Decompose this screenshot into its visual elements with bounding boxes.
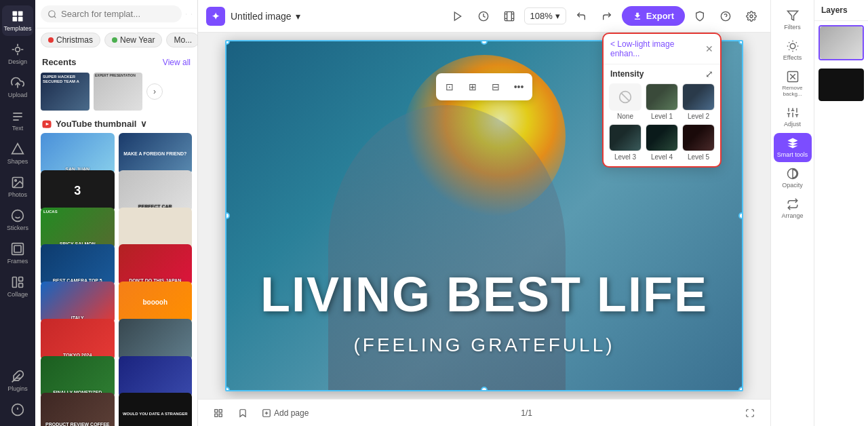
sidebar-item-plugins[interactable]: Plugins bbox=[2, 366, 33, 396]
thumb-item[interactable]: booooh bbox=[119, 282, 193, 323]
thumb-item[interactable] bbox=[119, 356, 193, 398]
filters-sidebar-item[interactable]: Filters bbox=[774, 5, 812, 35]
thumb-item[interactable]: PERFECT CAR bbox=[119, 170, 193, 212]
filter-level4[interactable]: Level 4 bbox=[646, 124, 678, 161]
arrange-sidebar-item[interactable]: Arrange bbox=[774, 194, 812, 223]
grid-button[interactable] bbox=[209, 404, 228, 423]
filter-none[interactable]: None bbox=[609, 83, 642, 120]
export-button[interactable]: Export bbox=[622, 6, 685, 26]
undo-button[interactable] bbox=[570, 5, 592, 27]
filter-close-button[interactable]: ✕ bbox=[705, 44, 713, 54]
settings-button[interactable] bbox=[741, 5, 762, 27]
resize-button[interactable] bbox=[498, 5, 520, 27]
thumb-item[interactable] bbox=[119, 208, 193, 249]
filter-popup: < Low-light image enhan... ✕ Intensity ⤢… bbox=[602, 33, 722, 168]
question-button[interactable] bbox=[715, 5, 736, 27]
smart-tools-sidebar-item[interactable]: Smart tools bbox=[774, 133, 812, 162]
canvas-main-text: LIVING BEST LIFE bbox=[226, 267, 742, 322]
opacity-sidebar-item[interactable]: Opacity bbox=[774, 163, 812, 193]
thumb-item[interactable]: WOULD YOU DATE A STRANGER bbox=[119, 393, 193, 426]
svg-rect-11 bbox=[14, 246, 21, 252]
recent-thumb-1[interactable]: SUPER HACKER SECURED TEAM A bbox=[41, 73, 90, 111]
svg-point-43 bbox=[790, 43, 795, 49]
thumb-item[interactable] bbox=[119, 319, 193, 360]
handle-bottom-left[interactable] bbox=[225, 387, 230, 391]
filter-level3[interactable]: Level 3 bbox=[609, 124, 642, 161]
crop-button[interactable]: ⊡ bbox=[439, 76, 460, 98]
layers-panel: Layers bbox=[814, 0, 868, 426]
app-logo: ✦ bbox=[206, 7, 225, 26]
svg-rect-36 bbox=[219, 414, 222, 417]
handle-bottom-middle[interactable] bbox=[481, 387, 488, 391]
thumb-item[interactable]: DON'T DO THIS JAPAN bbox=[119, 244, 193, 286]
svg-rect-12 bbox=[13, 277, 17, 288]
filter-level2[interactable]: Level 2 bbox=[682, 83, 715, 120]
svg-rect-13 bbox=[19, 277, 23, 282]
sidebar-item-design[interactable]: Design bbox=[2, 39, 33, 69]
redo-button[interactable] bbox=[596, 5, 618, 27]
thumb-item[interactable]: SAN JUAN bbox=[41, 133, 115, 174]
thumbnail-grid: SAN JUAN MAKE A FOREIGN FRIEND? 3 PERFEC… bbox=[35, 133, 197, 426]
help-shield-button[interactable] bbox=[689, 5, 711, 27]
add-page-button[interactable]: Add page bbox=[258, 402, 313, 424]
recent-thumbs-arrow[interactable]: › bbox=[146, 83, 163, 100]
handle-top-right[interactable] bbox=[738, 40, 743, 45]
sidebar-item-templates[interactable]: Templates bbox=[2, 5, 33, 36]
handle-middle-right[interactable] bbox=[738, 212, 743, 219]
handle-bottom-right[interactable] bbox=[738, 387, 743, 391]
layer-item-2[interactable] bbox=[818, 69, 864, 101]
thumb-item[interactable]: PRODUCT REVIEW COFFEE MAKER bbox=[41, 393, 115, 426]
sidebar-item-feedback[interactable] bbox=[2, 399, 33, 421]
section-title[interactable]: YouTube thumbnail ∨ bbox=[35, 116, 197, 133]
thumb-item[interactable]: LUCAS SPICY SALMON bbox=[41, 208, 115, 249]
filter-level5[interactable]: Level 5 bbox=[682, 124, 715, 161]
page-counter: 1/1 bbox=[521, 408, 532, 418]
tag-more[interactable]: Mo... bbox=[166, 33, 197, 47]
thumb-item[interactable]: TOKYO 2024 bbox=[41, 319, 115, 360]
filter-back-button[interactable]: < Low-light image enhan... bbox=[610, 39, 703, 58]
adjust-sidebar-item[interactable]: Adjust bbox=[774, 102, 812, 132]
filter-level1[interactable]: Level 1 bbox=[646, 83, 678, 120]
thumb-item[interactable]: MAKE A FOREIGN FRIEND? bbox=[119, 133, 193, 174]
tag-new-year[interactable]: New Year bbox=[104, 33, 162, 47]
sidebar-item-stickers[interactable]: Stickers bbox=[2, 205, 33, 235]
fullscreen-button[interactable] bbox=[741, 404, 760, 423]
sidebar-item-frames[interactable]: Frames bbox=[2, 238, 33, 269]
canvas-toolbar: ⊡ ⊞ ⊟ ••• bbox=[436, 73, 532, 100]
svg-rect-2 bbox=[13, 17, 18, 22]
thumb-item[interactable]: ITALY bbox=[41, 282, 115, 323]
search-input[interactable] bbox=[61, 9, 175, 19]
sidebar-item-photos[interactable]: Photos bbox=[2, 172, 33, 202]
effects-sidebar-item[interactable]: Effects bbox=[774, 36, 812, 65]
sidebar-item-collage[interactable]: Collage bbox=[2, 271, 33, 302]
thumb-item[interactable]: FINALLY MONETIZED bbox=[41, 356, 115, 398]
sidebar-item-text[interactable]: Text bbox=[2, 105, 33, 136]
thumb-item[interactable]: BEST CAMERA TOP 5 bbox=[41, 244, 115, 286]
right-sidebar: Filters Effects Remove backg... Adjust S… bbox=[770, 0, 814, 426]
tag-christmas[interactable]: Christmas bbox=[41, 33, 100, 47]
play-button[interactable] bbox=[447, 5, 469, 27]
sidebar-item-shapes[interactable]: Shapes bbox=[2, 138, 33, 169]
history-button[interactable] bbox=[473, 5, 494, 27]
svg-rect-1 bbox=[18, 12, 23, 16]
intensity-expand-icon[interactable]: ⤢ bbox=[705, 69, 713, 79]
svg-rect-34 bbox=[219, 409, 222, 412]
recent-thumb-2[interactable]: EXPERT PRESENTATION bbox=[94, 73, 142, 111]
search-bar-container bbox=[41, 5, 182, 22]
style-icon[interactable] bbox=[191, 8, 193, 20]
more-options-button[interactable]: ••• bbox=[508, 76, 530, 98]
thumb-item[interactable]: 3 bbox=[41, 170, 115, 212]
bookmark-button[interactable] bbox=[233, 404, 252, 423]
intensity-label: Intensity bbox=[610, 69, 644, 79]
sidebar-item-upload[interactable]: Upload bbox=[2, 72, 33, 102]
remove-bg-sidebar-item[interactable]: Remove backg... bbox=[774, 66, 812, 101]
filter-thumb-none bbox=[609, 83, 642, 111]
svg-rect-3 bbox=[18, 17, 23, 22]
doc-title[interactable]: Untitled image ▾ bbox=[231, 11, 300, 22]
mask-button[interactable]: ⊟ bbox=[485, 76, 507, 98]
zoom-control[interactable]: 108% ▾ bbox=[524, 7, 566, 24]
template-icon[interactable] bbox=[186, 8, 187, 20]
layer-item-1[interactable] bbox=[818, 25, 864, 60]
flip-button[interactable]: ⊞ bbox=[462, 76, 484, 98]
view-all-link[interactable]: View all bbox=[163, 58, 191, 67]
